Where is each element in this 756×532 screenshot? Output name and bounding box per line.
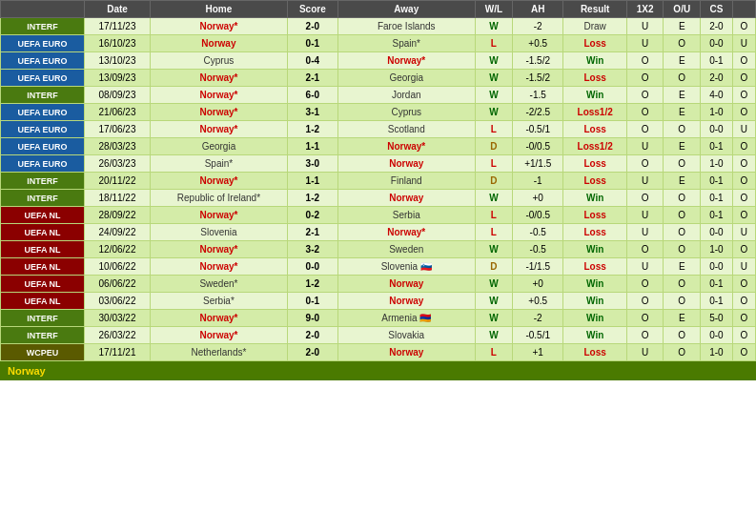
comp-cell: UEFA EURO	[1, 155, 85, 173]
comp-cell: UEFA NL	[1, 224, 85, 241]
ou-cell: O	[664, 276, 701, 293]
home-cell: Norway*	[150, 258, 287, 276]
home-cell: Serbia*	[150, 293, 287, 310]
comp-cell: WCPEU	[1, 344, 85, 361]
col-cs: CS	[701, 1, 733, 18]
wl-cell: W	[475, 70, 512, 87]
table-header-row: Date Home Score Away W/L AH Result 1X2 O…	[1, 1, 756, 18]
ah-cell: +0.5	[513, 293, 563, 310]
date-cell: 08/09/23	[85, 87, 151, 104]
extra-cell: O	[732, 87, 755, 104]
table-row: WCPEU 17/11/21 Netherlands* 2-0 Norway L…	[1, 344, 756, 361]
x12-cell: O	[626, 241, 664, 258]
away-cell: Norway	[337, 276, 475, 293]
comp-cell: UEFA EURO	[1, 138, 85, 155]
result-cell: Loss	[563, 224, 627, 241]
table-row: INTERF 18/11/22 Republic of Ireland* 1-2…	[1, 190, 756, 207]
table-row: UEFA EURO 13/09/23 Norway* 2-1 Georgia W…	[1, 70, 756, 87]
col-score: Score	[287, 1, 337, 18]
extra-cell: U	[732, 35, 755, 52]
comp-cell: INTERF	[1, 173, 85, 190]
date-cell: 16/10/23	[85, 35, 151, 52]
wl-cell: L	[475, 224, 512, 241]
cs-cell: 0-0	[701, 327, 733, 344]
x12-cell: U	[626, 258, 664, 276]
x12-cell: O	[626, 327, 664, 344]
extra-cell: O	[732, 173, 755, 190]
wl-cell: W	[475, 87, 512, 104]
score-cell: 1-2	[287, 190, 337, 207]
result-cell: Loss	[563, 258, 627, 276]
result-cell: Win	[563, 52, 627, 70]
away-cell: Faroe Islands	[337, 18, 475, 35]
score-cell: 1-1	[287, 138, 337, 155]
result-cell: Win	[563, 190, 627, 207]
extra-cell: O	[732, 52, 755, 70]
comp-cell: INTERF	[1, 18, 85, 35]
wl-cell: L	[475, 121, 512, 138]
extra-cell: O	[732, 344, 755, 361]
home-cell: Norway*	[150, 70, 287, 87]
col-result: Result	[563, 1, 627, 18]
matches-table: Date Home Score Away W/L AH Result 1X2 O…	[0, 0, 756, 361]
col-extra	[732, 1, 755, 18]
result-cell: Loss	[563, 121, 627, 138]
date-cell: 24/09/22	[85, 224, 151, 241]
norway-footer-label: Norway	[8, 365, 46, 377]
col-wl: W/L	[475, 1, 512, 18]
home-cell: Cyprus	[150, 52, 287, 70]
ou-cell: O	[664, 293, 701, 310]
score-cell: 2-0	[287, 344, 337, 361]
ah-cell: +0	[513, 276, 563, 293]
table-row: INTERF 20/11/22 Norway* 1-1 Finland D -1…	[1, 173, 756, 190]
ou-cell: O	[664, 190, 701, 207]
home-cell: Norway	[150, 35, 287, 52]
extra-cell: U	[732, 224, 755, 241]
score-cell: 0-2	[287, 207, 337, 224]
result-cell: Win	[563, 241, 627, 258]
score-cell: 3-0	[287, 155, 337, 173]
away-cell: Norway	[337, 293, 475, 310]
extra-cell: U	[732, 121, 755, 138]
result-cell: Win	[563, 87, 627, 104]
table-row: UEFA EURO 16/10/23 Norway 0-1 Spain* L +…	[1, 35, 756, 52]
cs-cell: 5-0	[701, 310, 733, 327]
table-row: UEFA NL 06/06/22 Sweden* 1-2 Norway W +0…	[1, 276, 756, 293]
ah-cell: -0/0.5	[513, 138, 563, 155]
result-cell: Loss	[563, 173, 627, 190]
wl-cell: W	[475, 327, 512, 344]
score-cell: 6-0	[287, 87, 337, 104]
ou-cell: O	[664, 241, 701, 258]
col-ah: AH	[513, 1, 563, 18]
wl-cell: W	[475, 293, 512, 310]
cs-cell: 2-0	[701, 18, 733, 35]
home-cell: Norway*	[150, 207, 287, 224]
ou-cell: O	[664, 70, 701, 87]
date-cell: 21/06/23	[85, 104, 151, 121]
score-cell: 2-1	[287, 224, 337, 241]
x12-cell: U	[626, 224, 664, 241]
cs-cell: 0-0	[701, 121, 733, 138]
ah-cell: +1	[513, 344, 563, 361]
wl-cell: W	[475, 190, 512, 207]
score-cell: 0-4	[287, 52, 337, 70]
comp-cell: UEFA EURO	[1, 121, 85, 138]
ah-cell: -1/1.5	[513, 258, 563, 276]
wl-cell: L	[475, 35, 512, 52]
table-row: UEFA NL 28/09/22 Norway* 0-2 Serbia L -0…	[1, 207, 756, 224]
x12-cell: O	[626, 276, 664, 293]
x12-cell: U	[626, 138, 664, 155]
table-row: UEFA NL 10/06/22 Norway* 0-0 Slovenia 🇸🇮…	[1, 258, 756, 276]
wl-cell: L	[475, 207, 512, 224]
home-cell: Norway*	[150, 87, 287, 104]
score-cell: 9-0	[287, 310, 337, 327]
score-cell: 1-1	[287, 173, 337, 190]
cs-cell: 0-0	[701, 224, 733, 241]
away-cell: Norway*	[337, 52, 475, 70]
date-cell: 13/09/23	[85, 70, 151, 87]
date-cell: 17/11/21	[85, 344, 151, 361]
date-cell: 26/03/22	[85, 327, 151, 344]
extra-cell: O	[732, 138, 755, 155]
comp-cell: UEFA NL	[1, 258, 85, 276]
home-cell: Norway*	[150, 18, 287, 35]
